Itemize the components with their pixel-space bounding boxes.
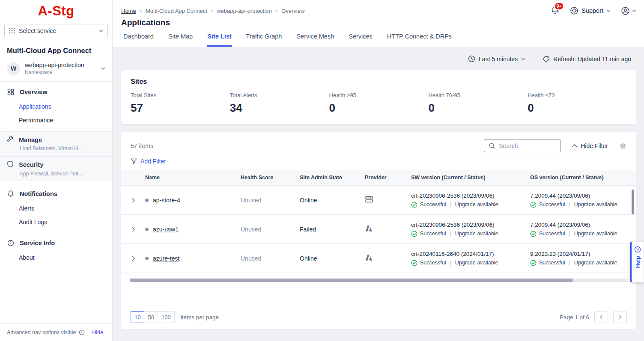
table-settings-button[interactable] (619, 142, 627, 150)
row-expand-button[interactable] (121, 198, 145, 203)
chevron-right-icon (132, 198, 135, 203)
sidebar-divider (0, 81, 112, 82)
refresh-button[interactable]: Refresh: Updated 11 min ago (543, 55, 631, 62)
os-version-cell: 7.2009.44 (2023/09/06) Successful Upgrad… (530, 222, 636, 237)
tab-traffic-graph[interactable]: Traffic Graph (246, 33, 282, 47)
sidebar-item-security[interactable]: Security App Firewall, Service Poli... (0, 156, 112, 181)
table-row: azure-test Unused Online crt-20240116-26… (121, 244, 636, 273)
support-menu[interactable]: Support (570, 6, 611, 15)
sites-summary-card: Sites Total Sites 57 Total Alerts 34 Hea… (121, 70, 636, 124)
admin-state-cell: Online (300, 197, 365, 204)
service-selector-label: Select service (19, 27, 56, 34)
sidebar-item-audit-logs[interactable]: Audit Logs (0, 215, 112, 229)
page-size-10[interactable]: 10 (131, 311, 144, 323)
prev-page-button[interactable] (594, 311, 608, 323)
page-size-100[interactable]: 100 (158, 311, 175, 323)
help-label: Help (635, 256, 641, 268)
tab-http-connect-drps[interactable]: HTTP Connect & DRPs (387, 33, 452, 47)
user-icon (621, 6, 630, 15)
stat-total-sites: Total Sites 57 (131, 92, 230, 115)
site-name-link[interactable]: ap-store-4 (153, 197, 180, 204)
sidebar-item-notifications[interactable]: Notifications (0, 186, 112, 202)
namespace-selector[interactable]: W webapp-api-protection Namespace (7, 62, 105, 75)
site-list-card: 57 items Hide Filter (121, 132, 636, 329)
search-box (484, 139, 561, 152)
refresh-label: Refresh: Updated 11 min ago (553, 56, 631, 62)
info-icon (7, 240, 15, 246)
horizontal-scrollbar-track (130, 279, 628, 282)
sw-version-cell: crt-20230906-2536 (2023/09/06) Successfu… (411, 193, 530, 208)
hide-nav-link[interactable]: Hide (92, 329, 103, 335)
column-header-os-version: OS version (Current / Status) (530, 175, 636, 181)
column-header-health-score: Health Score (241, 175, 300, 181)
sidebar-spacer (0, 127, 112, 131)
column-header-provider: Provider (365, 175, 411, 181)
admin-state-cell: Failed (300, 226, 365, 233)
pagination: 10 50 100 items per page Page 1 of 6 (121, 304, 636, 329)
sidebar-item-manage[interactable]: Manage Load Balancers, Virtual H... (0, 131, 112, 156)
tab-service-mesh[interactable]: Service Mesh (296, 33, 334, 47)
add-filter-button[interactable]: Add Filter (121, 152, 636, 170)
horizontal-scrollbar-thumb[interactable] (130, 279, 573, 282)
health-score-cell: Unused (241, 255, 300, 262)
stat-health-70-95: Health 70-95 0 (428, 92, 528, 115)
chevron-left-icon (600, 314, 603, 320)
tab-site-list[interactable]: Site List (207, 33, 231, 47)
sidebar-item-applications[interactable]: Applications (0, 100, 112, 113)
service-selector[interactable]: Select service (4, 24, 108, 37)
support-label: Support (581, 7, 603, 14)
sidebar-item-label: Service Info (20, 240, 55, 246)
column-header-name: Name (145, 175, 241, 181)
next-page-button[interactable] (613, 311, 627, 323)
site-name-link[interactable]: azu-usw1 (153, 226, 179, 233)
check-circle-icon (411, 231, 417, 237)
provider-cell (365, 225, 411, 234)
tab-site-map[interactable]: Site Map (168, 33, 193, 47)
row-expand-button[interactable] (121, 256, 145, 261)
os-version-cell: 9.2023.23 (2024/01/17) Successful Upgrad… (530, 251, 636, 266)
table-header-row: Name Health Score Site Admin State Provi… (121, 170, 636, 186)
breadcrumb-item[interactable]: Multi-Cloud App Connect (136, 8, 207, 14)
row-expand-button[interactable] (121, 227, 145, 232)
site-name-link[interactable]: azure-test (153, 255, 179, 262)
check-circle-icon (530, 231, 537, 237)
topbar: Home Multi-Cloud App Connect webapp-api-… (113, 0, 644, 47)
items-count: 57 items (131, 142, 153, 149)
os-upgrade: Upgrade available (574, 202, 617, 208)
notifications-button[interactable]: 9+ (551, 5, 560, 16)
column-header-sw-version: SW version (Current / Status) (411, 175, 530, 181)
content-area: Last 5 minutes Refresh: Updated 11 min a… (113, 47, 644, 341)
sidebar-item-about[interactable]: About (0, 251, 112, 264)
sites-stats: Total Sites 57 Total Alerts 34 Health >9… (131, 92, 627, 115)
breadcrumb: Home Multi-Cloud App Connect webapp-api-… (121, 8, 304, 14)
sidebar-item-overview[interactable]: Overview (0, 84, 112, 100)
tab-dashboard[interactable]: Dashboard (123, 33, 154, 47)
vertical-scrollbar[interactable] (632, 190, 634, 214)
sidebar-item-service-info[interactable]: Service Info (0, 235, 112, 251)
sidebar-item-alerts[interactable]: Alerts (0, 202, 112, 215)
sidebar-item-performance[interactable]: Performance (0, 113, 112, 127)
hide-filter-button[interactable]: Hide Filter (572, 142, 608, 149)
refresh-icon (543, 55, 550, 62)
page-size-50[interactable]: 50 (144, 311, 158, 323)
service-title: Multi-Cloud App Connect (7, 47, 105, 55)
search-input[interactable] (499, 142, 550, 149)
sidebar-item-subtitle: Load Balancers, Virtual H... (20, 145, 105, 151)
os-status: Successful (539, 231, 565, 237)
breadcrumb-home[interactable]: Home (121, 8, 136, 14)
sidebar-footer: Advanced nav options visible Hide (0, 323, 112, 341)
add-filter-label: Add Filter (140, 158, 166, 165)
page-title: Applications (121, 18, 636, 27)
tab-bar: Dashboard Site Map Site List Traffic Gra… (121, 33, 636, 47)
os-upgrade: Upgrade available (574, 231, 617, 237)
time-range-selector[interactable]: Last 5 minutes (468, 55, 525, 62)
sidebar: A-Stg Select service Multi-Cloud App Con… (0, 0, 113, 341)
breadcrumb-item[interactable]: webapp-api-protection (207, 8, 272, 14)
provider-cell (365, 254, 411, 263)
help-tab[interactable]: Help (630, 242, 644, 282)
account-menu[interactable] (621, 6, 636, 15)
advanced-nav-text: Advanced nav options visible (7, 329, 76, 335)
page-info: Page 1 of 6 (560, 314, 589, 320)
tab-services[interactable]: Services (349, 33, 373, 47)
sidebar-item-subtitle: App Firewall, Service Poli... (20, 171, 105, 177)
